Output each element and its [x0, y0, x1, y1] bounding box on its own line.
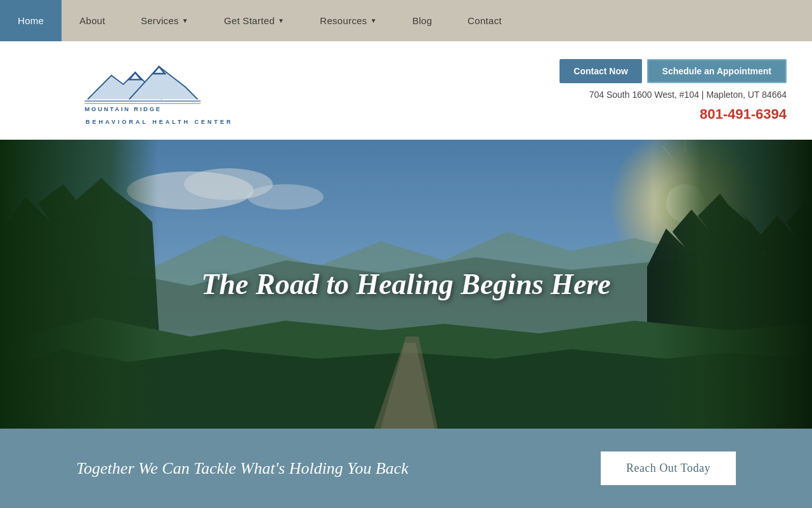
header-buttons: Contact Now Schedule an Appointment	[560, 59, 787, 83]
site-header: MOUNTAIN RIDGE BEHAVIORAL HEALTH CENTER …	[0, 41, 812, 140]
logo-subtitle: BEHAVIORAL HEALTH CENTER	[86, 119, 233, 125]
cta-banner: Together We Can Tackle What's Holding Yo…	[0, 429, 812, 508]
nav-services[interactable]: Services ▼	[123, 0, 206, 41]
cta-text: Together We Can Tackle What's Holding Yo…	[76, 459, 409, 478]
nav-get-started[interactable]: Get Started ▼	[206, 0, 302, 41]
hero-section: The Road to Healing Begins Here	[0, 140, 812, 429]
hero-title: The Road to Healing Begins Here	[150, 267, 661, 302]
schedule-appointment-button[interactable]: Schedule an Appointment	[647, 59, 787, 83]
header-address: 704 South 1600 West, #104 | Mapleton, UT…	[589, 90, 787, 100]
nav-blog[interactable]: Blog	[395, 0, 450, 41]
services-dropdown-icon: ▼	[182, 17, 188, 24]
resources-dropdown-icon: ▼	[370, 17, 377, 24]
header-right: Contact Now Schedule an Appointment 704 …	[560, 59, 787, 123]
nav-contact[interactable]: Contact	[450, 0, 520, 41]
nav-resources[interactable]: Resources ▼	[302, 0, 395, 41]
reach-out-button[interactable]: Reach Out Today	[601, 451, 736, 485]
get-started-dropdown-icon: ▼	[278, 17, 284, 24]
nav-home[interactable]: Home	[0, 0, 62, 41]
contact-now-button[interactable]: Contact Now	[560, 59, 642, 83]
svg-text:MOUNTAIN RIDGE: MOUNTAIN RIDGE	[84, 106, 161, 112]
nav-about[interactable]: About	[62, 0, 123, 41]
svg-rect-25	[0, 140, 159, 429]
svg-rect-26	[653, 140, 812, 429]
logo-area: MOUNTAIN RIDGE BEHAVIORAL HEALTH CENTER	[70, 55, 260, 127]
logo-svg: MOUNTAIN RIDGE	[70, 55, 260, 114]
main-nav: Home About Services ▼ Get Started ▼ Reso…	[0, 0, 812, 41]
header-phone[interactable]: 801-491-6394	[700, 106, 787, 123]
